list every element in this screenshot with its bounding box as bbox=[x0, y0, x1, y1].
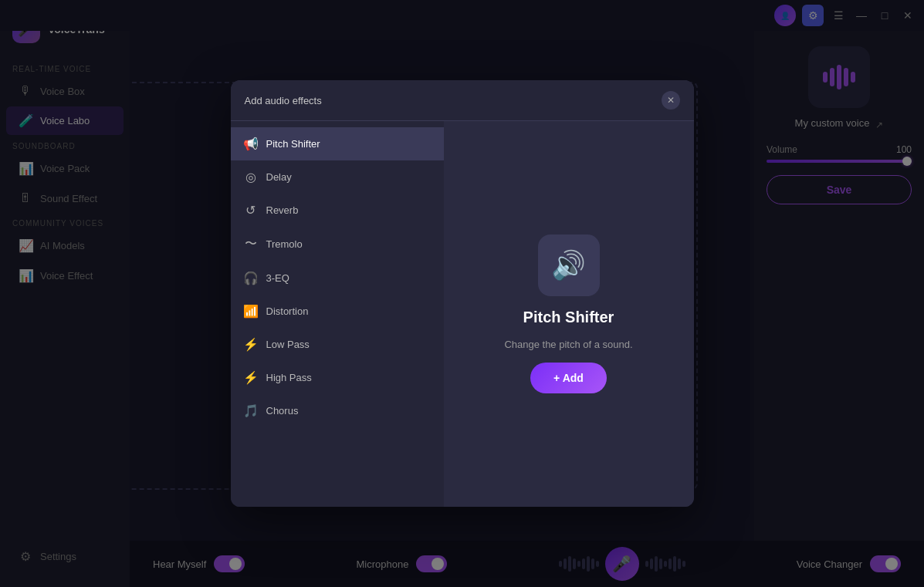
modal-overlay: Add audio effects ✕ 📢 Pitch Shifter ◎ De… bbox=[0, 0, 924, 587]
effect-label: Delay bbox=[266, 171, 292, 183]
effect-label: Low Pass bbox=[266, 339, 310, 350]
effect-item-delay[interactable]: ◎ Delay bbox=[231, 160, 444, 194]
modal-title: Add audio effects bbox=[245, 95, 322, 106]
effect-label: 3-EQ bbox=[266, 272, 289, 284]
delay-icon: ◎ bbox=[243, 170, 259, 184]
distortion-icon: 📶 bbox=[243, 304, 259, 319]
pitch-shifter-icon: 📢 bbox=[243, 137, 259, 151]
reverb-icon: ↺ bbox=[243, 203, 259, 218]
effect-item-reverb[interactable]: ↺ Reverb bbox=[231, 194, 444, 227]
effect-preview-panel: 🔊 Pitch Shifter Change the pitch of a so… bbox=[444, 121, 694, 507]
modal-header: Add audio effects ✕ bbox=[231, 80, 694, 121]
effect-item-low-pass[interactable]: ⚡ Low Pass bbox=[231, 328, 444, 361]
effect-label: Distortion bbox=[266, 305, 309, 317]
preview-effect-icon: 🔊 bbox=[538, 234, 600, 296]
chorus-icon: 🎵 bbox=[243, 403, 259, 418]
eq-icon: 🎧 bbox=[243, 271, 259, 285]
add-audio-effects-modal: Add audio effects ✕ 📢 Pitch Shifter ◎ De… bbox=[231, 80, 694, 507]
tremolo-icon: 〜 bbox=[243, 236, 259, 252]
effect-label: Pitch Shifter bbox=[266, 138, 320, 150]
effect-item-distortion[interactable]: 📶 Distortion bbox=[231, 295, 444, 328]
high-pass-icon: ⚡ bbox=[243, 370, 259, 385]
effects-list: 📢 Pitch Shifter ◎ Delay ↺ Reverb 〜 Tremo… bbox=[231, 121, 444, 507]
effect-label: Chorus bbox=[266, 405, 299, 417]
effect-item-high-pass[interactable]: ⚡ High Pass bbox=[231, 361, 444, 394]
modal-close-button[interactable]: ✕ bbox=[662, 91, 680, 110]
add-effect-modal-button[interactable]: + Add bbox=[530, 363, 607, 393]
effect-label: Tremolo bbox=[266, 238, 303, 250]
effect-label: Reverb bbox=[266, 204, 299, 216]
preview-effect-description: Change the pitch of a sound. bbox=[504, 339, 632, 350]
low-pass-icon: ⚡ bbox=[243, 337, 259, 352]
preview-effect-title: Pitch Shifter bbox=[523, 309, 614, 326]
effect-item-tremolo[interactable]: 〜 Tremolo bbox=[231, 227, 444, 261]
effect-item-chorus[interactable]: 🎵 Chorus bbox=[231, 394, 444, 427]
effect-label: High Pass bbox=[266, 372, 312, 383]
effect-item-pitch-shifter[interactable]: 📢 Pitch Shifter bbox=[231, 127, 444, 160]
effect-item-3eq[interactable]: 🎧 3-EQ bbox=[231, 261, 444, 295]
modal-body: 📢 Pitch Shifter ◎ Delay ↺ Reverb 〜 Tremo… bbox=[231, 121, 694, 507]
